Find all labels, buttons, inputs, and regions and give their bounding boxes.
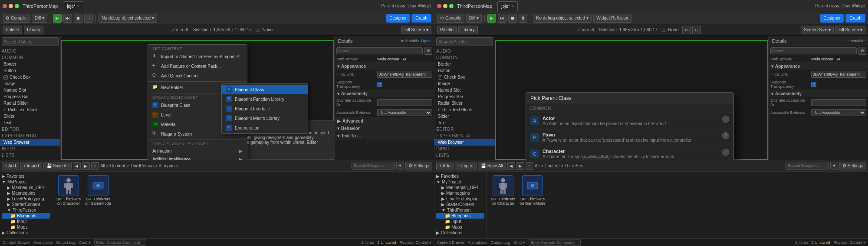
add-quixel-menu-item[interactable]: Q Add Quixel Content bbox=[148, 71, 247, 80]
right-initial-url-input[interactable] bbox=[811, 71, 866, 78]
import-menu-item[interactable]: ⬆ Import to /Game/ThirdPerson/Blueprints… bbox=[148, 52, 247, 61]
right-sidebar-item-text[interactable]: Text bbox=[434, 120, 495, 126]
palette-button[interactable]: Palette bbox=[3, 26, 22, 34]
right-starter-content-item[interactable]: ▶ StarterContent bbox=[436, 202, 484, 207]
submenu-enumeration[interactable]: E Enumeration bbox=[222, 123, 308, 133]
my-project-item[interactable]: ▼ MyProject bbox=[2, 179, 50, 185]
right-home-icon[interactable]: ⌂ bbox=[526, 162, 533, 170]
fillscreen-button[interactable]: Fill Screen ▾ bbox=[401, 26, 431, 34]
bp-character-item[interactable]: BP_ThirdPerson Character bbox=[56, 175, 82, 206]
right-override-input[interactable] bbox=[811, 99, 866, 106]
sidebar-item-checkbox[interactable]: ✓ Check Box bbox=[0, 74, 60, 80]
submenu-macro-library[interactable]: M Blueprint Macro Library bbox=[222, 113, 308, 123]
right-details-settings-icon[interactable]: ⚙ bbox=[858, 47, 866, 55]
collections-item[interactable]: ▶ Collections bbox=[2, 230, 50, 236]
right-sidebar-item-border[interactable]: Border bbox=[434, 61, 495, 67]
console-input[interactable] bbox=[94, 239, 146, 246]
right-search-input[interactable] bbox=[436, 37, 493, 46]
right-sidebar-item-progress-bar[interactable]: Progress Bar bbox=[434, 93, 495, 100]
right-sidebar-item-radial-slider[interactable]: Radial Slider bbox=[434, 100, 495, 106]
designer-button[interactable]: Designer bbox=[386, 14, 410, 23]
right-appearance-section[interactable]: ▾ Appearance bbox=[769, 63, 868, 70]
play-button[interactable]: ▶ bbox=[53, 14, 62, 23]
right-import-button[interactable]: ↑ Import bbox=[455, 162, 477, 170]
right-maps-item[interactable]: 📁 Maps bbox=[436, 224, 484, 230]
actor-info-btn[interactable]: ? bbox=[722, 116, 729, 123]
mannequins-item[interactable]: ▶ Mannequins bbox=[2, 190, 50, 196]
right-input-item[interactable]: 📁 Input bbox=[436, 219, 484, 224]
right-diff-button[interactable]: Diff ▾ bbox=[466, 14, 482, 23]
right-filter-icon[interactable]: ▼ bbox=[830, 162, 838, 170]
graph-button[interactable]: Graph bbox=[411, 14, 431, 23]
filter-icon[interactable]: ▼ bbox=[396, 162, 404, 170]
submenu-interface[interactable]: I Blueprint Interface bbox=[222, 104, 308, 113]
history-back-icon[interactable]: ◀ bbox=[73, 162, 81, 170]
save-all-button[interactable]: 💾 Save All bbox=[43, 162, 72, 170]
ppc-pawn-item[interactable]: P Pawn A Pawn is an actor that can be 'p… bbox=[526, 130, 733, 146]
right-mannequins-item[interactable]: ▶ Mannequins bbox=[436, 190, 484, 196]
submenu-function-library[interactable]: F Blueprint Function Library bbox=[222, 94, 308, 104]
ppc-character-item[interactable]: C Character A Character is a type of Paw… bbox=[526, 146, 733, 160]
home-icon[interactable]: ⌂ bbox=[91, 162, 99, 170]
debug-selector[interactable]: No debug object selected ▾ bbox=[99, 14, 157, 23]
maximize-traffic-light[interactable] bbox=[15, 4, 19, 8]
open-label[interactable]: Open bbox=[421, 39, 431, 43]
right-main-tab[interactable]: jojo* × bbox=[497, 1, 518, 11]
right-add-button[interactable]: + Add bbox=[436, 162, 454, 170]
initial-url-input[interactable] bbox=[377, 71, 432, 78]
sidebar-item-rich-text-block[interactable]: E Rich Text Block bbox=[0, 106, 60, 113]
right-close-light[interactable] bbox=[437, 4, 441, 8]
search-input[interactable] bbox=[2, 37, 59, 46]
level-prototyping-item[interactable]: ▶ LevelPrototyping bbox=[2, 196, 50, 202]
right-toolbar-icons[interactable]: R bbox=[682, 26, 691, 34]
tab-close-icon[interactable]: × bbox=[77, 4, 79, 8]
right-accessibility-section[interactable]: ▾ Accessibility bbox=[769, 90, 868, 97]
right-debug-selector[interactable]: No debug object selected ▾ bbox=[533, 14, 592, 23]
right-third-person-item[interactable]: ▼ ThirdPerson bbox=[436, 207, 484, 213]
sidebar-item-slider[interactable]: Slider bbox=[0, 113, 60, 120]
minimize-traffic-light[interactable] bbox=[9, 4, 13, 8]
right-pause-button[interactable]: ⏸ bbox=[519, 14, 527, 23]
favorites-item[interactable]: ▶ Favorites bbox=[2, 173, 50, 179]
right-bp-gamemode-item[interactable]: BP_ThirdPerson GameMode bbox=[519, 175, 546, 206]
submenu-blueprint-class[interactable]: B Blueprint Class bbox=[222, 85, 308, 94]
details-search-input[interactable] bbox=[336, 47, 423, 54]
revision-control-btn[interactable]: Revision Control ▾ bbox=[399, 240, 431, 245]
pawn-info-btn[interactable]: ? bbox=[722, 132, 729, 139]
behavior-section[interactable]: ▾ Behavior bbox=[335, 125, 434, 132]
right-history-forward-icon[interactable]: ▶ bbox=[516, 162, 524, 170]
right-skip-button[interactable]: ⏭ bbox=[498, 14, 506, 23]
right-settings-button[interactable]: ⚙ Settings bbox=[839, 162, 866, 170]
right-content-drawer-item[interactable]: Content Drawer bbox=[437, 240, 464, 245]
right-play-button[interactable]: ▶ bbox=[487, 14, 496, 23]
advanced-section[interactable]: ▶ Advanced bbox=[335, 117, 434, 125]
animation-menu-item[interactable]: Animation ▶ bbox=[148, 147, 247, 155]
right-toolbar-icons2[interactable]: G bbox=[692, 26, 701, 34]
content-drawer-item[interactable]: Content Drawer bbox=[3, 240, 30, 245]
right-accessible-behavior-select[interactable]: Not Accessible bbox=[811, 109, 866, 116]
import-button[interactable]: ↑ Import bbox=[20, 162, 42, 170]
right-blueprints-item[interactable]: 📁 Blueprints bbox=[436, 213, 484, 219]
right-stop-button[interactable]: ⏹ bbox=[508, 14, 517, 23]
right-tab-close-icon[interactable]: × bbox=[512, 4, 514, 8]
maps-item[interactable]: 📁 Maps bbox=[2, 224, 50, 230]
third-person-item[interactable]: ▼ ThirdPerson bbox=[2, 207, 50, 213]
right-sidebar-item-checkbox[interactable]: ✓ Check Box bbox=[434, 74, 495, 80]
right-history-back-icon[interactable]: ◀ bbox=[507, 162, 515, 170]
sidebar-item-text[interactable]: Text bbox=[0, 120, 60, 126]
ppc-actor-item[interactable]: A Actor An Actor is an object that can b… bbox=[526, 113, 733, 130]
blueprints-item[interactable]: 📁 Blueprints bbox=[2, 213, 50, 219]
output-log-item[interactable]: Output Log bbox=[56, 240, 76, 245]
right-collections-item[interactable]: ▶ Collections bbox=[436, 230, 484, 236]
starter-content-item[interactable]: ▶ StarterContent bbox=[2, 202, 50, 207]
pause-button[interactable]: ⏸ bbox=[84, 14, 93, 23]
right-palette-button[interactable]: Palette bbox=[437, 26, 457, 34]
accessible-behavior-select[interactable]: Not Accessible bbox=[377, 109, 432, 116]
right-bp-character-item[interactable]: BP_ThirdPerson Character bbox=[490, 175, 516, 206]
override-input[interactable] bbox=[377, 99, 432, 106]
screen-size-button[interactable]: Screen Size ▾ bbox=[801, 26, 834, 34]
sidebar-item-progress-bar[interactable]: Progress Bar bbox=[0, 93, 60, 100]
right-save-all-button[interactable]: 💾 Save All bbox=[478, 162, 506, 170]
library-button[interactable]: Library bbox=[24, 26, 43, 34]
right-content-search-input[interactable] bbox=[786, 162, 829, 170]
